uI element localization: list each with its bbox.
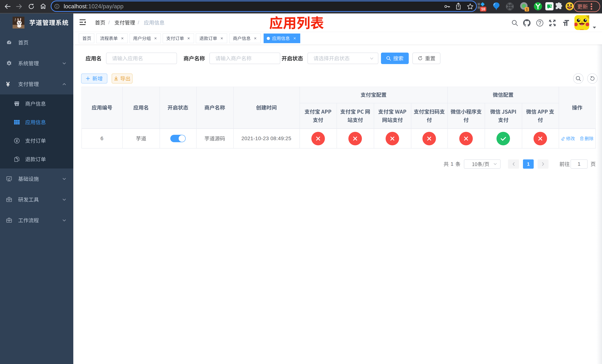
svg-text:1: 1 [526, 7, 528, 11]
svg-text:10: 10 [481, 7, 485, 11]
